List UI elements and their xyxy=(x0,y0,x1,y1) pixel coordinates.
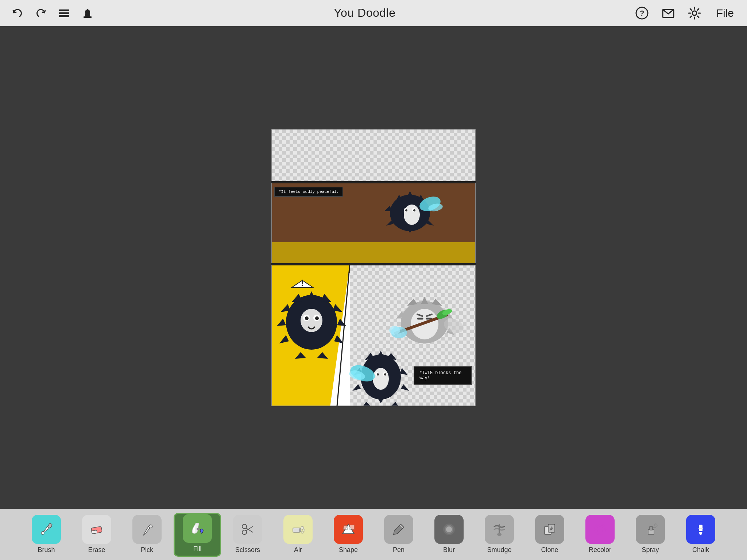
svg-point-43 xyxy=(315,316,319,320)
tool-pen[interactable]: Pen xyxy=(375,513,422,557)
svg-rect-103 xyxy=(350,525,354,529)
svg-marker-37 xyxy=(295,352,306,359)
tool-air[interactable]: Air xyxy=(274,513,322,557)
blur-label: Blur xyxy=(443,546,455,554)
svg-marker-30 xyxy=(321,294,332,302)
svg-point-10 xyxy=(692,11,697,15)
smudge-label: Smudge xyxy=(487,546,511,554)
svg-marker-74 xyxy=(391,402,400,406)
shape-icon xyxy=(334,515,363,544)
brush-icon xyxy=(32,515,61,544)
fill-icon xyxy=(183,514,212,543)
shape-label: Shape xyxy=(339,546,358,554)
svg-point-76 xyxy=(373,368,389,390)
file-button[interactable]: File xyxy=(712,5,738,21)
air-label: Air xyxy=(294,546,302,554)
svg-point-120 xyxy=(656,524,657,525)
svg-marker-70 xyxy=(400,368,408,375)
svg-rect-4 xyxy=(84,16,92,18)
layers-button[interactable] xyxy=(55,4,73,22)
svg-text:!: ! xyxy=(301,278,304,288)
tool-scissors[interactable]: Scissors xyxy=(224,513,271,557)
svg-marker-75 xyxy=(377,397,384,403)
speech-box-2: *TWIG blocks theway! xyxy=(414,366,472,385)
svg-rect-6 xyxy=(87,9,88,11)
svg-point-20 xyxy=(404,205,420,225)
settings-button[interactable] xyxy=(686,4,703,22)
speech-box-1: *It feels oddly peaceful. xyxy=(274,187,343,197)
clone-icon xyxy=(535,515,564,544)
svg-rect-1 xyxy=(59,12,69,14)
clone-label: Clone xyxy=(541,546,558,554)
svg-point-121 xyxy=(657,525,658,526)
svg-point-82 xyxy=(384,373,386,376)
svg-marker-66 xyxy=(377,351,384,358)
bottom-toolbar: Brush Erase Pick xyxy=(0,509,747,560)
svg-point-112 xyxy=(597,526,603,532)
svg-point-107 xyxy=(446,526,452,532)
spray-label: Spray xyxy=(642,546,659,554)
svg-point-108 xyxy=(497,533,502,536)
redo-button[interactable] xyxy=(32,4,50,22)
svg-point-42 xyxy=(305,316,309,320)
svg-point-81 xyxy=(377,373,379,376)
svg-rect-0 xyxy=(59,9,69,11)
spray-icon xyxy=(636,515,665,544)
svg-marker-33 xyxy=(277,319,286,326)
svg-marker-36 xyxy=(334,335,344,343)
stamp-button[interactable] xyxy=(79,4,96,22)
recolor-label: Recolor xyxy=(589,546,611,554)
svg-rect-90 xyxy=(92,530,97,534)
erase-icon xyxy=(82,515,111,544)
svg-point-118 xyxy=(654,524,655,526)
svg-marker-73 xyxy=(362,402,371,406)
pen-label: Pen xyxy=(393,546,405,554)
blur-icon xyxy=(434,515,464,544)
top-toolbar: You Doodle ? File xyxy=(0,0,747,26)
svg-marker-47 xyxy=(421,297,428,304)
svg-rect-116 xyxy=(650,526,653,530)
pen-icon xyxy=(384,515,413,544)
chalk-label: Chalk xyxy=(692,546,709,554)
tool-blur[interactable]: Blur xyxy=(425,513,473,557)
recolor-icon xyxy=(585,515,615,544)
svg-text:?: ? xyxy=(640,9,644,17)
svg-point-87 xyxy=(41,532,44,534)
fill-label: Fill xyxy=(193,545,202,553)
tool-smudge[interactable]: Smudge xyxy=(476,513,523,557)
tool-spray[interactable]: Spray xyxy=(627,513,674,557)
canvas-area: *It feels oddly peaceful. *TWIG blocks t… xyxy=(0,26,747,509)
svg-point-119 xyxy=(656,526,657,527)
svg-point-23 xyxy=(405,209,407,211)
tool-shape[interactable]: Shape xyxy=(325,513,372,557)
svg-marker-102 xyxy=(343,526,348,529)
svg-point-101 xyxy=(301,531,303,533)
undo-button[interactable] xyxy=(9,4,26,22)
tool-erase[interactable]: Erase xyxy=(73,513,120,557)
svg-marker-35 xyxy=(279,335,289,343)
tool-recolor[interactable]: Recolor xyxy=(576,513,624,557)
svg-marker-12 xyxy=(406,191,414,198)
smudge-icon xyxy=(485,515,514,544)
svg-point-63 xyxy=(389,326,400,335)
svg-rect-2 xyxy=(59,15,69,17)
tool-pick[interactable]: Pick xyxy=(123,513,171,557)
svg-marker-38 xyxy=(317,352,328,359)
svg-point-24 xyxy=(413,209,415,211)
mail-button[interactable] xyxy=(659,4,677,22)
drawing-canvas[interactable]: *It feels oddly peaceful. *TWIG blocks t… xyxy=(271,129,476,406)
tool-brush[interactable]: Brush xyxy=(23,513,70,557)
help-button[interactable]: ? xyxy=(633,4,651,22)
app-title: You Doodle xyxy=(334,6,395,20)
svg-marker-72 xyxy=(401,384,409,391)
tool-clone[interactable]: Clone xyxy=(526,513,573,557)
svg-point-122 xyxy=(655,523,656,524)
scissors-label: Scissors xyxy=(235,546,260,554)
svg-rect-88 xyxy=(48,523,53,528)
tool-chalk[interactable]: Chalk xyxy=(677,513,724,557)
svg-point-100 xyxy=(303,529,305,531)
svg-rect-92 xyxy=(197,528,200,530)
erase-label: Erase xyxy=(88,546,105,554)
chalk-icon xyxy=(686,515,715,544)
tool-fill[interactable]: Fill xyxy=(174,513,221,557)
